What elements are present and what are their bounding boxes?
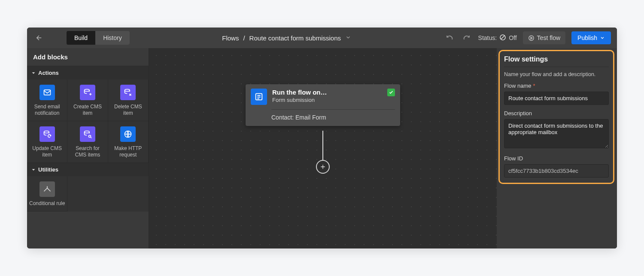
trigger-detail: Contact: Email Form (271, 109, 395, 126)
play-circle-icon (528, 35, 535, 41)
publish-label: Publish (577, 34, 597, 41)
add-step-button[interactable] (316, 160, 330, 174)
block-send-email[interactable]: Send email notification (27, 80, 67, 121)
trigger-card[interactable]: Run the flow on… Form submission Contact… (246, 84, 400, 126)
body: Add blocks Actions Send email notificati… (27, 48, 617, 248)
status-value: Off (509, 34, 516, 41)
chevron-down-icon (600, 35, 605, 40)
caret-down-icon (31, 71, 36, 75)
form-icon (251, 89, 267, 105)
sidebar-title: Add blocks (27, 48, 149, 66)
block-delete-cms[interactable]: Delete CMS item (108, 80, 149, 121)
breadcrumb-sep: / (243, 34, 245, 42)
block-label: Send email notification (29, 104, 65, 117)
tab-build[interactable]: Build (67, 31, 95, 45)
block-label: Conditional rule (29, 200, 65, 207)
field-description: Description (504, 110, 609, 150)
block-label: Search for CMS items (69, 145, 106, 158)
back-button[interactable] (33, 32, 45, 44)
publish-button[interactable]: Publish (571, 31, 611, 44)
check-icon (387, 89, 395, 96)
status-label: Status: (478, 34, 497, 41)
redo-icon (463, 34, 471, 42)
settings-inner: Flow settings Name your flow and add a d… (498, 50, 614, 184)
block-create-cms[interactable]: Create CMS item (67, 80, 108, 121)
topbar: Build History Flows / Route contact form… (27, 28, 617, 48)
db-plus-icon (80, 85, 95, 100)
topbar-right: Status: Off Test flow Publish (444, 31, 611, 44)
globe-icon (120, 126, 136, 142)
section-utilities[interactable]: Utilities (27, 163, 149, 176)
svg-point-5 (44, 131, 49, 133)
flow-id-value[interactable] (504, 164, 609, 178)
settings-description: Name your flow and add a description. (504, 71, 609, 77)
sidebar: Add blocks Actions Send email notificati… (27, 48, 149, 248)
canvas[interactable]: Run the flow on… Form submission Contact… (149, 48, 617, 248)
svg-point-3 (84, 89, 89, 92)
test-flow-label: Test flow (537, 34, 560, 41)
undo-icon (446, 34, 453, 42)
caret-down-icon (31, 168, 36, 172)
settings-title: Flow settings (504, 55, 609, 67)
status-indicator: Status: Off (478, 34, 517, 42)
field-flow-name: Flow name * (504, 83, 609, 105)
required-indicator: * (533, 83, 535, 89)
flow-name-input[interactable] (504, 92, 609, 105)
section-actions-label: Actions (38, 70, 59, 76)
db-search-icon (80, 126, 95, 142)
field-flow-id: Flow ID (504, 155, 609, 178)
utilities-grid: Conditional rule (27, 176, 149, 212)
block-label: Delete CMS item (110, 104, 146, 117)
svg-point-7 (88, 135, 91, 138)
connector-line (322, 131, 323, 162)
trigger-top: Run the flow on… Form submission (246, 84, 400, 109)
section-utilities-label: Utilities (38, 166, 58, 173)
breadcrumb[interactable]: Flows / Route contact form submissions (134, 34, 440, 42)
settings-panel: Flow settings Name your flow and add a d… (497, 48, 617, 248)
block-search-cms[interactable]: Search for CMS items (67, 121, 108, 163)
section-actions[interactable]: Actions (27, 66, 149, 80)
description-label: Description (504, 110, 609, 117)
block-http[interactable]: Make HTTP request (108, 121, 149, 163)
mail-icon (39, 85, 55, 100)
block-label: Create CMS item (69, 104, 106, 117)
app-window: Build History Flows / Route contact form… (27, 28, 617, 248)
db-x-icon (120, 85, 136, 100)
undo-button[interactable] (444, 32, 455, 43)
tab-history[interactable]: History (95, 31, 130, 45)
block-update-cms[interactable]: Update CMS item (27, 121, 67, 163)
off-icon (499, 34, 506, 42)
svg-point-4 (125, 89, 130, 92)
svg-rect-2 (44, 90, 50, 95)
branch-icon (39, 181, 55, 197)
actions-grid: Send email notification Create CMS item … (27, 80, 149, 163)
tab-group: Build History (67, 31, 130, 45)
description-input[interactable] (504, 119, 609, 148)
trigger-subtitle: Form submission (272, 97, 382, 103)
block-label: Make HTTP request (110, 145, 146, 158)
plus-icon (319, 163, 326, 170)
breadcrumb-name: Route contact form submissions (249, 34, 341, 42)
test-flow-button[interactable]: Test flow (523, 31, 565, 44)
trigger-text: Run the flow on… Form submission (272, 89, 382, 103)
arrow-left-icon (35, 34, 43, 42)
breadcrumb-root: Flows (222, 34, 239, 42)
trigger-title: Run the flow on… (272, 89, 382, 96)
flow-name-label-text: Flow name (504, 83, 532, 89)
db-refresh-icon (39, 126, 55, 142)
block-conditional[interactable]: Conditional rule (27, 176, 67, 212)
svg-point-1 (529, 35, 533, 40)
block-label: Update CMS item (29, 145, 65, 158)
svg-point-6 (84, 131, 89, 133)
chevron-down-icon (345, 34, 351, 42)
flow-name-label: Flow name * (504, 83, 609, 89)
redo-button[interactable] (461, 32, 472, 43)
flow-id-label: Flow ID (504, 155, 609, 162)
